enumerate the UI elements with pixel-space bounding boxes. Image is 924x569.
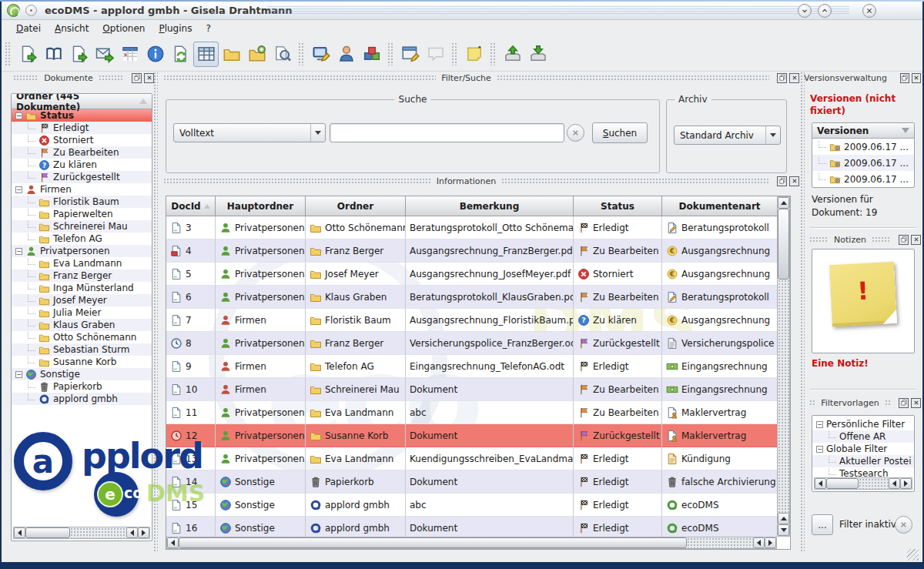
tree-item-floristik-baum[interactable]: Floristik Baum (12, 196, 152, 208)
scroll-left-button[interactable] (753, 537, 765, 548)
close-panel-button[interactable] (911, 398, 921, 408)
tree-item-franz-berger[interactable]: Franz Berger (12, 269, 152, 282)
scroll-thumb[interactable] (826, 478, 859, 489)
tree-item-julia-meier[interactable]: Julia Meier (12, 306, 152, 319)
scroll-right-button[interactable] (765, 537, 776, 548)
tree-item-globale-filter[interactable]: −Globale Filter (812, 443, 914, 455)
search-document-button[interactable] (270, 42, 295, 67)
float-panel-button[interactable] (899, 398, 909, 408)
maximize-button[interactable] (818, 4, 832, 18)
table-v-scrollbar[interactable] (777, 196, 790, 537)
table-row-12[interactable]: 12PrivatpersonenSusanne KorbDokumentZurü… (166, 424, 778, 447)
tree-item-susanne-korb[interactable]: Susanne Korb (12, 356, 152, 368)
close-button[interactable] (862, 4, 876, 18)
tree-header[interactable]: Ordner (445 Dokumente) (12, 94, 152, 109)
tree-item-sonstige[interactable]: −Sonstige (12, 368, 152, 380)
table-row-5[interactable]: 5PrivatpersonenJosef MeyerAusgangsrechnu… (166, 263, 778, 286)
menu-plugins[interactable]: Plugins (152, 22, 199, 35)
table-row-10[interactable]: 10FirmenSchreinerei MauDokumentZu Bearbe… (166, 378, 778, 401)
expander-icon[interactable]: − (816, 421, 823, 428)
app-icon[interactable] (7, 4, 20, 17)
scroll-up-button[interactable] (778, 513, 789, 524)
tree-item-storniert[interactable]: Storniert (12, 134, 152, 146)
pin-window-button[interactable] (25, 5, 37, 16)
tree-item-zu-bearbeiten[interactable]: Zu Bearbeiten (12, 146, 152, 159)
refresh-document-button[interactable] (168, 42, 193, 67)
version-item[interactable]: 2009.06.17 ... (812, 155, 914, 171)
version-item[interactable]: 2009.06.17 ... (812, 171, 914, 187)
tree-item-zur-ckgestellt[interactable]: Zurückgestellt (12, 171, 152, 183)
clear-filter-button[interactable] (895, 516, 912, 534)
close-panel-button[interactable] (789, 176, 799, 186)
search-button[interactable]: Suchen (592, 122, 648, 143)
info-button[interactable] (142, 42, 168, 67)
table-row-3[interactable]: 3PrivatpersonenOtto SchönemannBeratungsp… (166, 216, 778, 239)
minimize-button[interactable] (798, 4, 812, 18)
edit-screen-button[interactable] (308, 42, 333, 67)
tree-item-telefon-ag[interactable]: Telefon AG (12, 233, 152, 245)
filter-h-scrollbar[interactable] (814, 477, 912, 490)
calendar-view-button[interactable] (117, 42, 142, 67)
scroll-right-button[interactable] (138, 527, 149, 538)
filtervorlagen-dock-titlebar[interactable]: Filtervorlagen (804, 397, 921, 409)
tree-item-papierwelten[interactable]: Papierwelten (12, 208, 152, 220)
float-panel-button[interactable] (899, 235, 909, 245)
table-row-14[interactable]: 14SonstigePapierkorbDokumentErledigtfals… (166, 470, 778, 494)
search-input[interactable] (330, 123, 564, 142)
settings-blocks-button[interactable] (359, 42, 384, 67)
float-panel-button[interactable] (132, 73, 142, 83)
table-view-button[interactable] (193, 42, 219, 67)
scroll-thumb[interactable] (778, 209, 789, 279)
search-mode-select[interactable]: Volltext (173, 123, 326, 142)
table-row-9[interactable]: 9FirmenTelefon AGEingangsrechnung_Telefo… (166, 355, 778, 378)
edit-window-button[interactable] (397, 42, 423, 67)
tree-item-inga-m-nsterland[interactable]: Inga Münsterland (12, 282, 152, 294)
column-header-docid[interactable]: DocId (166, 196, 216, 216)
close-panel-button[interactable] (912, 73, 921, 83)
sticky-note-button[interactable] (461, 42, 487, 67)
scroll-track[interactable] (687, 537, 753, 548)
scroll-left-button[interactable] (815, 478, 826, 489)
table-row-8[interactable]: 8PrivatpersonenFranz BergerVersicherungs… (166, 332, 778, 355)
menu-help[interactable]: ? (199, 22, 217, 35)
tree-item-privatpersonen[interactable]: −Privatpersonen (12, 245, 152, 257)
scroll-track[interactable] (778, 279, 789, 513)
versions-list-header[interactable]: Versionen (812, 123, 914, 139)
column-header-bemerkung[interactable]: Bemerkung (406, 196, 574, 216)
expander-icon[interactable]: − (15, 248, 22, 255)
versionsverwaltung-dock-titlebar[interactable]: Versionsverwaltung (804, 72, 921, 84)
table-row-16[interactable]: 16Sonstigeapplord gmbhDokumentErledigtec… (166, 517, 778, 537)
scroll-up-button[interactable] (778, 197, 789, 209)
expander-icon[interactable]: − (816, 446, 823, 453)
column-header-dokumentenart[interactable]: Dokumentenart (662, 196, 778, 216)
tree-item-schreinerei-mau[interactable]: Schreinerei Mau (12, 220, 152, 233)
table-h-scrollbar[interactable] (166, 537, 777, 549)
archiv-select[interactable]: Standard Archiv (674, 126, 781, 145)
tree-item-papierkorb[interactable]: Papierkorb (12, 380, 152, 393)
version-item[interactable]: 2009.06.17 ... (812, 139, 914, 155)
column-header-ordner[interactable]: Ordner (306, 196, 406, 216)
export-document-button[interactable] (66, 42, 92, 67)
scroll-left-button[interactable] (167, 537, 179, 548)
archive-document-button[interactable] (15, 42, 41, 67)
menu-ansicht[interactable]: Ansicht (48, 22, 95, 35)
column-header-status[interactable]: Status (574, 196, 662, 216)
tree-item-josef-meyer[interactable]: Josef Meyer (12, 294, 152, 306)
right-splitter[interactable] (800, 72, 805, 553)
table-row-7[interactable]: 7FirmenFloristik BaumAusgangsrechnung_Fl… (166, 309, 778, 332)
tree-item-offene-ar[interactable]: Offene AR (812, 430, 914, 443)
table-row-4[interactable]: 4PrivatpersonenFranz BergerAusgangsrechn… (166, 239, 778, 263)
scroll-left-button[interactable] (14, 527, 25, 538)
expander-icon[interactable]: − (15, 112, 22, 119)
float-panel-button[interactable] (777, 176, 787, 186)
comment-button[interactable] (423, 42, 448, 67)
tree-item-sebastian-sturm[interactable]: Sebastian Sturm (12, 343, 152, 356)
table-row-6[interactable]: 6PrivatpersonenKlaus GrabenBeratungsprot… (166, 286, 778, 309)
table-row-13[interactable]: 13PrivatpersonenEva LandmannKuendigungss… (166, 447, 778, 470)
notizen-dock-titlebar[interactable]: Notizen (804, 233, 921, 246)
float-panel-button[interactable] (900, 73, 909, 83)
address-book-button[interactable] (41, 42, 66, 67)
table-row-15[interactable]: 15Sonstigeapplord gmbhabcErledigtecoDMS (166, 494, 778, 517)
note-preview-box[interactable]: ! (812, 249, 915, 353)
scroll-track[interactable] (70, 527, 126, 538)
